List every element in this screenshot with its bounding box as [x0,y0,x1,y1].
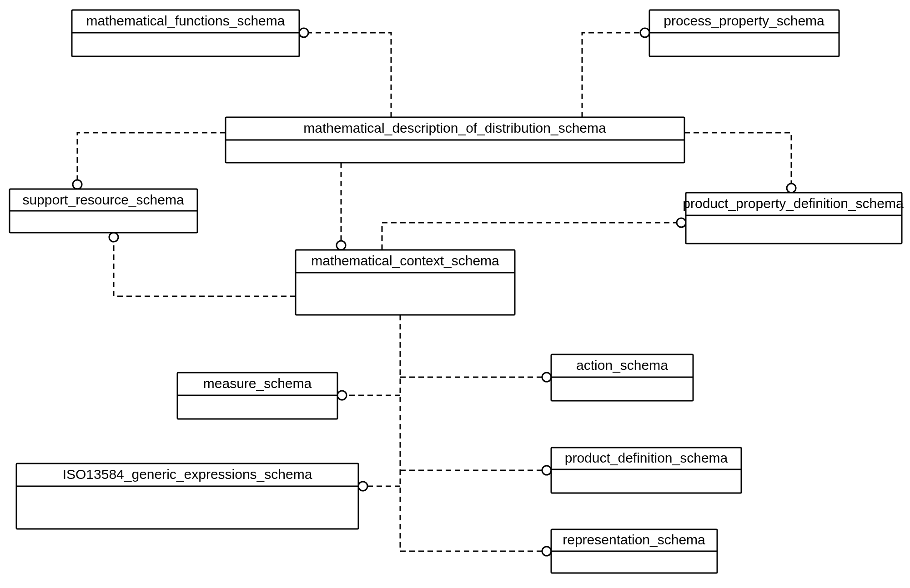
box-product-definition-schema: product_definition_schema [551,448,741,493]
svg-point-8 [337,391,347,400]
label-product-definition-schema: product_definition_schema [565,450,728,465]
box-action-schema: action_schema [551,354,693,401]
label-mathematical-context-schema: mathematical_context_schema [311,253,499,268]
edge-mathctx-to-supportres [114,242,296,296]
box-product-property-definition-schema: product_property_definition_schema [683,193,904,244]
svg-point-10 [358,482,367,491]
box-mathematical-context-schema: mathematical_context_schema [296,250,515,315]
label-iso13584-generic-expressions-schema: ISO13584_generic_expressions_schema [63,467,312,482]
box-mathematical-functions-schema: mathematical_functions_schema [72,10,299,56]
label-math-desc-dist-schema: mathematical_description_of_distribution… [303,120,606,135]
svg-point-6 [677,218,686,227]
svg-point-0 [299,28,308,37]
edge-mdd-to-prodpropdef [684,133,791,184]
box-measure-schema: measure_schema [177,373,337,419]
box-support-resource-schema: support_resource_schema [10,189,197,233]
label-mathematical-functions-schema: mathematical_functions_schema [86,13,285,28]
box-math-desc-dist-schema: mathematical_description_of_distribution… [226,117,684,163]
label-measure-schema: measure_schema [203,376,312,391]
svg-point-2 [73,180,82,189]
svg-point-1 [640,28,649,37]
svg-point-3 [787,184,796,193]
label-representation-schema: representation_schema [563,532,705,547]
schema-diagram: mathematical_functions_schema process_pr… [0,0,910,588]
label-action-schema: action_schema [576,358,668,373]
label-support-resource-schema: support_resource_schema [22,192,184,207]
edge-mdd-to-mathfuncs [308,33,391,117]
svg-point-9 [542,466,551,475]
edge-mathctx-to-prodpropdef [382,223,677,250]
label-process-property-schema: process_property_schema [664,13,825,28]
svg-point-5 [109,233,118,242]
label-product-property-definition-schema: product_property_definition_schema [683,196,904,211]
edge-mdd-to-processprop [582,33,640,117]
svg-point-7 [542,373,551,382]
box-representation-schema: representation_schema [551,529,717,573]
svg-point-11 [542,547,551,556]
box-process-property-schema: process_property_schema [649,10,839,56]
edge-mdd-to-supportres [77,133,226,180]
svg-point-4 [337,241,346,250]
box-iso13584-generic-expressions-schema: ISO13584_generic_expressions_schema [16,463,358,529]
